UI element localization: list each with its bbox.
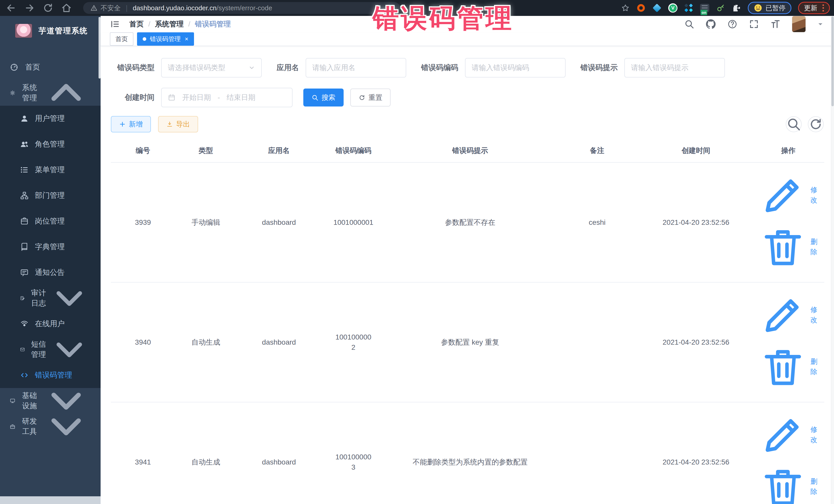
sidebar-item-audit[interactable]: 审计日志 [0,285,101,311]
column-header: 应用名 [237,140,321,162]
extension-grid-icon[interactable] [684,3,694,13]
tag-home[interactable]: 首页 [110,32,133,46]
export-button[interactable]: 导出 [158,116,198,132]
delete-link[interactable]: 删除 [758,462,818,504]
extension-key-icon[interactable] [716,3,725,13]
delete-icon [758,462,808,504]
add-button-label: 新增 [129,119,143,129]
start-date-placeholder: 开始日期 [182,93,211,103]
browser-forward-icon[interactable] [24,3,35,13]
delete-icon [758,342,808,392]
window-scrollbar[interactable] [831,16,834,504]
sidebar-item-book[interactable]: 字典管理 [0,234,101,260]
error-hint-input[interactable] [631,64,718,72]
fullscreen-icon[interactable] [749,19,759,29]
browser-update-button[interactable]: 更新 [798,2,830,14]
badge-icon [20,217,29,225]
date-range-picker[interactable]: 开始日期 - 结束日期 [161,88,292,107]
chevron-down-icon [48,328,91,371]
sidebar-item-label: 审计日志 [31,288,48,308]
address-bar[interactable]: 不安全 | dashboard.yudao.iocoder.cn/system/… [83,2,400,14]
sidebar-scrollbar-thumb[interactable] [98,17,101,79]
search-button[interactable]: 搜索 [303,89,344,107]
app-title: 芋道管理系统 [39,26,88,36]
scrollbar-thumb[interactable] [831,17,834,106]
help-icon[interactable] [727,19,738,29]
sidebar-item-sms[interactable]: 短信管理 [0,337,101,363]
reset-button[interactable]: 重置 [350,89,391,107]
extension-orange-icon[interactable] [636,3,646,13]
breadcrumb-home[interactable]: 首页 [129,19,144,29]
error-code-input[interactable] [471,64,559,72]
error-type-placeholder: 请选择错误码类型 [168,63,225,73]
cell-time: 2021-04-20 23:52:56 [639,162,752,282]
user-icon [20,114,29,123]
cell-time: 2021-04-20 23:52:56 [639,282,752,402]
font-size-icon[interactable] [770,19,781,29]
extensions-puzzle-icon[interactable] [732,3,741,13]
cell-code: 100100000 3 [321,402,386,504]
extension-vue-devtools-icon[interactable]: V [668,3,678,13]
users-icon [20,140,29,149]
logo-avatar-image [15,24,32,38]
gear-icon [10,89,15,97]
audit-icon [20,294,25,303]
error-type-label: 错误码类型 [111,63,154,73]
column-header: 错误码提示 [386,140,555,162]
logo-row[interactable]: 芋道管理系统 [0,16,101,46]
sidebar-item-label: 系统管理 [22,83,41,103]
edit-link[interactable]: 修改 [758,290,818,339]
tag-close-icon[interactable]: × [185,36,188,42]
column-header: 备注 [555,140,639,162]
sidebar-item-tool[interactable]: 研发工具 [0,414,101,439]
edit-link[interactable]: 修改 [758,410,818,459]
column-header: 错误码编码 [321,140,386,162]
table-body: 3939手动编辑dashboard1001000001参数配置不存在ceshi2… [111,162,824,504]
header-search-icon[interactable] [684,19,695,29]
github-icon[interactable] [706,19,716,29]
chevron-down-icon [41,401,91,451]
delete-link[interactable]: 删除 [758,222,818,272]
browser-back-icon[interactable] [6,3,17,13]
search-button-label: 搜索 [322,93,335,102]
error-type-select[interactable]: 请选择错误码类型 [161,58,262,78]
extension-gem-icon[interactable] [652,3,662,13]
extension-list-icon[interactable]: on [700,3,709,13]
refresh-table-button[interactable] [808,116,824,132]
sidebar-fold-icon[interactable] [110,19,120,29]
sidebar-item-label: 通知公告 [35,267,65,278]
browser-home-icon[interactable] [61,3,72,13]
sidebar-item-badge[interactable]: 岗位管理 [0,209,101,234]
sidebar-item-menulist[interactable]: 菜单管理 [0,157,101,183]
tag-label: 错误码管理 [150,35,181,43]
browser-menu-icon[interactable] [822,4,824,12]
sidebar-bottom-scrollbar[interactable] [0,496,101,504]
sidebar-item-gear[interactable]: 系统管理 [0,80,101,106]
browser-reload-icon[interactable] [43,3,53,13]
cell-id: 3939 [111,162,175,282]
error-hint-field-box [624,58,725,78]
sidebar-item-users[interactable]: 角色管理 [0,131,101,157]
bookmark-star-icon[interactable] [621,4,630,12]
breadcrumb-system[interactable]: 系统管理 [155,19,184,29]
browser-extensions-area: V on 已暂停 更新 [621,2,830,14]
profile-paused-badge[interactable]: 已暂停 [748,2,791,14]
sidebar-item-tree[interactable]: 部门管理 [0,183,101,209]
dashboard-icon [10,63,19,72]
sidebar-item-label: 岗位管理 [35,216,65,226]
add-button[interactable]: 新增 [111,116,151,132]
create-time-label: 创建时间 [111,92,154,103]
show-search-toggle-button[interactable] [786,116,802,132]
book-icon [20,242,29,251]
calendar-icon [168,94,176,101]
edit-link[interactable]: 修改 [758,170,818,220]
tag-error-code[interactable]: 错误码管理 × [137,32,194,46]
cell-code: 1001000001 [321,162,386,282]
user-avatar[interactable] [792,16,806,32]
breadcrumb-separator: / [148,20,150,28]
delete-link[interactable]: 删除 [758,342,818,392]
avatar-caret-down-icon[interactable] [817,21,824,27]
cell-remark [555,282,639,402]
chevron-down-icon [48,277,91,320]
app-name-input[interactable] [312,64,399,72]
